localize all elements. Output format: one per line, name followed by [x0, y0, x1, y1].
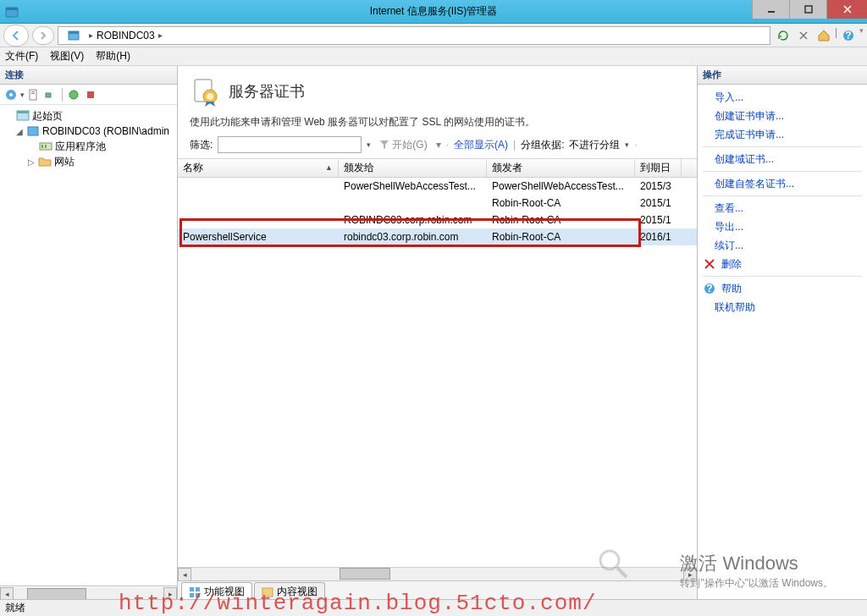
- filter-start-label: 开始(G): [392, 138, 427, 152]
- menu-view[interactable]: 视图(V): [50, 49, 84, 63]
- filter-input[interactable]: [218, 136, 362, 153]
- groupby-label: 分组依据:: [521, 138, 564, 152]
- action-export[interactable]: 导出...: [698, 217, 867, 236]
- svg-rect-2: [768, 11, 775, 13]
- table-row[interactable]: PowershellService robindc03.corp.robin.c…: [178, 228, 697, 245]
- actions-header: 操作: [698, 66, 867, 85]
- expand-icon[interactable]: ▷: [27, 157, 36, 167]
- svg-rect-11: [31, 91, 35, 92]
- connect-icon[interactable]: [3, 87, 19, 102]
- home-icon[interactable]: [815, 26, 833, 45]
- connect2-icon[interactable]: [43, 87, 58, 102]
- refresh-icon[interactable]: [774, 26, 792, 45]
- svg-rect-29: [262, 588, 273, 597]
- breadcrumb[interactable]: ▸ ROBINDC03 ▸: [58, 26, 770, 45]
- separator: [703, 146, 862, 147]
- window-controls: [752, 0, 867, 19]
- table-row[interactable]: Robin-Root-CA 2015/1: [178, 195, 697, 212]
- features-icon: [189, 586, 201, 598]
- window-title: Internet 信息服务(IIS)管理器: [370, 4, 498, 19]
- help-icon[interactable]: ?: [839, 26, 858, 45]
- svg-rect-28: [196, 593, 200, 597]
- back-button[interactable]: [3, 25, 29, 47]
- title-bar: Internet 信息服务(IIS)管理器: [0, 0, 867, 24]
- svg-rect-3: [805, 6, 812, 13]
- app-icon: [5, 5, 19, 19]
- grid-header: 名称▲ 颁发给 颁发者 到期日: [178, 159, 697, 178]
- filter-start-button[interactable]: 开始(G): [376, 136, 430, 153]
- svg-point-24: [207, 93, 213, 100]
- action-create-request[interactable]: 创建证书申请...: [698, 107, 867, 125]
- action-renew[interactable]: 续订...: [698, 236, 867, 255]
- tree-sites[interactable]: ▷ 网站: [2, 154, 175, 169]
- svg-point-14: [69, 91, 78, 99]
- help-icon: ?: [703, 282, 716, 295]
- svg-rect-20: [41, 145, 43, 148]
- action-help[interactable]: ? 帮助: [698, 279, 867, 298]
- action-online-help[interactable]: 联机帮助: [698, 298, 867, 316]
- groupby-value[interactable]: 不进行分组: [569, 138, 620, 152]
- filter-label: 筛选:: [190, 138, 213, 152]
- scroll-thumb[interactable]: [27, 588, 86, 600]
- close-button[interactable]: [826, 0, 867, 19]
- tree-server[interactable]: ◢ ROBINDC03 (ROBIN\admin: [2, 124, 175, 139]
- svg-rect-26: [196, 587, 200, 591]
- stop-icon[interactable]: [794, 26, 813, 45]
- app-pool-icon: [39, 140, 52, 153]
- svg-rect-12: [31, 93, 35, 94]
- table-row[interactable]: ROBINDC03.corp.robin.com Robin-Root-CA 2…: [178, 212, 697, 228]
- action-import[interactable]: 导入...: [698, 88, 867, 107]
- scroll-right-icon[interactable]: ▸: [683, 568, 697, 581]
- server-icon: [67, 29, 80, 42]
- tree-app-pools[interactable]: 应用程序池: [2, 139, 175, 154]
- stop2-icon[interactable]: [83, 87, 98, 102]
- actions-panel: 操作 导入... 创建证书申请... 完成证书申请... 创建域证书... 创建…: [698, 66, 867, 601]
- svg-rect-10: [30, 90, 36, 100]
- svg-rect-18: [28, 127, 38, 135]
- action-create-domain[interactable]: 创建域证书...: [698, 150, 867, 168]
- folder-icon: [38, 155, 52, 168]
- tab-content[interactable]: 内容视图: [254, 582, 325, 601]
- action-create-self[interactable]: 创建自签名证书...: [698, 174, 867, 193]
- minimize-button[interactable]: [752, 0, 789, 19]
- scroll-left-icon[interactable]: ◂: [178, 568, 191, 581]
- start-icon: [16, 109, 30, 123]
- filter-bar: 筛选: ▾ 开始(G) ▾ · 全部显示(A) | 分组依据: 不进行分组 ▾ …: [178, 136, 697, 158]
- action-label: 删除: [721, 257, 742, 272]
- tree-label: 起始页: [32, 109, 63, 124]
- menu-file[interactable]: 文件(F): [5, 49, 38, 63]
- server-icon: [26, 124, 40, 138]
- col-issuer[interactable]: 颁发者: [487, 159, 635, 177]
- breadcrumb-host[interactable]: ROBINDC03: [97, 30, 155, 41]
- svg-rect-5: [69, 31, 79, 34]
- tree-start-page[interactable]: 起始页: [2, 108, 175, 124]
- action-view[interactable]: 查看...: [698, 199, 867, 217]
- maximize-button[interactable]: [789, 0, 826, 19]
- tab-label: 功能视图: [204, 585, 245, 599]
- forward-button[interactable]: [32, 26, 54, 45]
- status-text: 就绪: [5, 601, 25, 615]
- scroll-thumb[interactable]: [340, 568, 390, 580]
- svg-text:?: ?: [845, 30, 851, 41]
- site-icon[interactable]: [66, 87, 81, 102]
- collapse-icon[interactable]: ◢: [15, 127, 24, 136]
- separator: [703, 171, 862, 172]
- view-tabs: 功能视图 内容视图: [178, 580, 697, 601]
- sort-asc-icon: ▲: [325, 163, 333, 172]
- center-scrollbar[interactable]: ◂ ▸: [178, 567, 697, 580]
- col-issued-to[interactable]: 颁发给: [339, 159, 487, 177]
- col-expiry[interactable]: 到期日: [635, 159, 682, 177]
- col-name[interactable]: 名称▲: [178, 159, 339, 177]
- connections-panel: 连接 ▾ 起始页 ◢ ROBINDC03 (ROBIN\admin: [0, 66, 178, 601]
- showall-link[interactable]: 全部显示(A): [454, 138, 508, 152]
- tree-label: ROBINDC03 (ROBIN\admin: [42, 125, 169, 137]
- doc-icon[interactable]: [26, 87, 41, 102]
- action-delete[interactable]: 删除: [698, 255, 867, 273]
- connections-header: 连接: [0, 66, 177, 85]
- menu-help[interactable]: 帮助(H): [96, 49, 130, 63]
- action-complete-request[interactable]: 完成证书申请...: [698, 125, 867, 144]
- separator: [703, 195, 862, 196]
- tab-features[interactable]: 功能视图: [181, 582, 252, 601]
- table-row[interactable]: PowerShellWebAccessTest... PowerShellWeb…: [178, 178, 697, 195]
- menu-bar: 文件(F) 视图(V) 帮助(H): [0, 47, 867, 66]
